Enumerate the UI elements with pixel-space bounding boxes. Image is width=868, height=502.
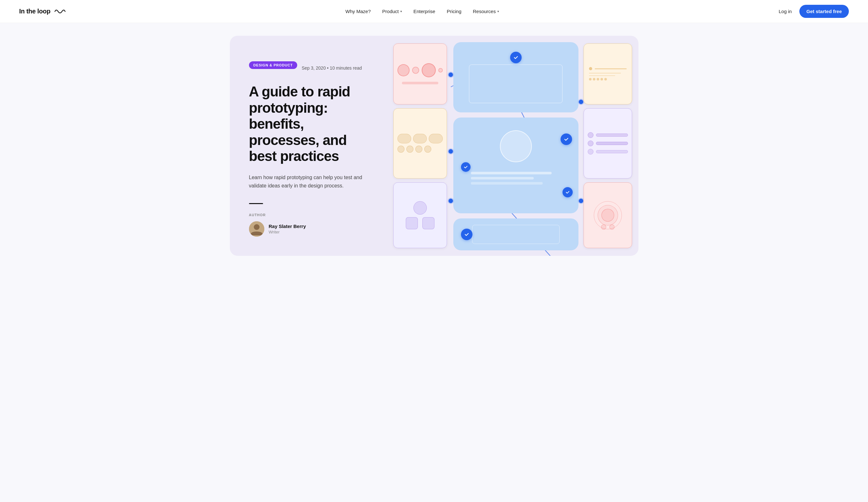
nav-left: In the loop (19, 8, 66, 15)
illus-col-left (387, 36, 451, 256)
page-content: DESIGN & PRODUCT Sep 3, 2020 • 10 minute… (217, 23, 651, 256)
article-description: Learn how rapid prototyping can help you… (249, 173, 368, 190)
check-dot-3 (461, 162, 471, 172)
article-meta: Sep 3, 2020 • 10 minutes read (302, 65, 362, 71)
author-row: Ray Slater Berry Writer (249, 221, 368, 237)
check-dot-bottom (461, 229, 473, 240)
chevron-down-icon: ▾ (400, 10, 402, 13)
nav-right: Log in Get started free (778, 5, 849, 18)
navbar: In the loop Why Maze? Product ▾ Enterpri… (0, 0, 868, 23)
nav-item-pricing[interactable]: Pricing (447, 9, 461, 14)
blue-connector-3 (448, 198, 453, 203)
author-role: Writer (269, 229, 306, 234)
card-purple-tree (393, 182, 447, 248)
maze-logo-icon (54, 8, 66, 15)
nav-link-pricing[interactable]: Pricing (447, 9, 461, 14)
card-pink-concentric (583, 182, 632, 248)
check-dot-4 (562, 187, 573, 197)
illus-col-center (451, 36, 581, 256)
login-button[interactable]: Log in (778, 9, 792, 14)
author-name: Ray Slater Berry (269, 224, 306, 229)
blue-connector-1 (448, 72, 453, 77)
check-dot-top (510, 52, 521, 63)
card-orange-flow (583, 43, 632, 104)
logo-text: In the loop (19, 8, 50, 15)
nav-link-why-maze[interactable]: Why Maze? (345, 9, 371, 14)
article-title: A guide to rapid prototyping: benefits, … (249, 84, 368, 164)
nav-links: Why Maze? Product ▾ Enterprise Pricing R… (345, 9, 499, 14)
author-info: Ray Slater Berry Writer (269, 224, 306, 234)
hero-left: DESIGN & PRODUCT Sep 3, 2020 • 10 minute… (230, 36, 387, 256)
card-pink-circles (393, 43, 447, 104)
nav-link-enterprise[interactable]: Enterprise (413, 9, 435, 14)
svg-point-1 (254, 224, 259, 230)
illus-col-right (581, 36, 639, 256)
card-beige-pills (393, 108, 447, 179)
author-avatar (249, 221, 264, 237)
blue-connector-2 (448, 149, 453, 154)
hero-section: DESIGN & PRODUCT Sep 3, 2020 • 10 minute… (230, 36, 639, 256)
check-dot-2 (560, 133, 572, 145)
nav-link-resources[interactable]: Resources ▾ (473, 9, 499, 14)
nav-link-product[interactable]: Product ▾ (382, 9, 402, 14)
get-started-button[interactable]: Get started free (799, 5, 849, 18)
article-tag: DESIGN & PRODUCT (249, 61, 297, 69)
hero-right (387, 36, 639, 256)
nav-item-resources[interactable]: Resources ▾ (473, 9, 499, 14)
card-purple-list (583, 108, 632, 179)
illustration-area (387, 36, 639, 256)
nav-item-why-maze[interactable]: Why Maze? (345, 9, 371, 14)
nav-item-enterprise[interactable]: Enterprise (413, 9, 435, 14)
author-label: AUTHOR (249, 213, 368, 217)
chevron-down-icon: ▾ (497, 10, 499, 13)
divider (249, 203, 263, 204)
nav-item-product[interactable]: Product ▾ (382, 9, 402, 14)
